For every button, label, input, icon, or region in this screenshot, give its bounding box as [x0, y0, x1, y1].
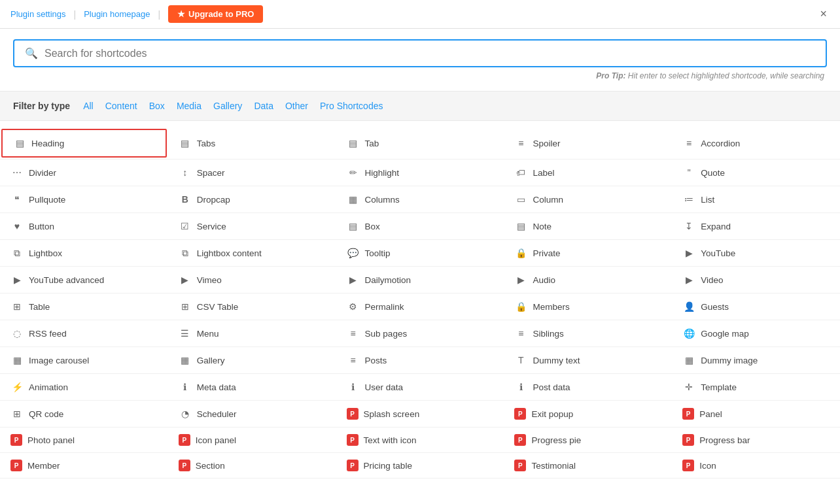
- list-item[interactable]: ≔ List: [672, 186, 840, 212]
- list-item[interactable]: ⧉ Lightbox content: [168, 240, 336, 266]
- grid-row: ▶ YouTube advanced ▶ Vimeo ▶ Dailymotion…: [0, 267, 840, 294]
- list-item[interactable]: P Member: [0, 453, 168, 478]
- pro-tip-text: Hit enter to select highlighted shortcod…: [625, 71, 824, 80]
- list-item[interactable]: ≡ Posts: [336, 347, 504, 373]
- list-item[interactable]: ⚡ Animation: [0, 374, 168, 400]
- list-item[interactable]: ⊞ Table: [0, 294, 168, 320]
- list-item[interactable]: ♥ Button: [0, 213, 168, 239]
- service-icon: ☑: [179, 220, 192, 233]
- list-item[interactable]: ▦ Dummy image: [672, 347, 840, 373]
- list-item[interactable]: ℹ User data: [336, 374, 504, 400]
- grid-row: P Member P Section P Pricing table P Tes…: [0, 453, 840, 479]
- list-item[interactable]: 🔒 Members: [504, 294, 672, 320]
- list-item[interactable]: ▦ Columns: [336, 186, 504, 212]
- list-item[interactable]: ▶ YouTube: [672, 240, 840, 266]
- list-item[interactable]: P Splash screen: [336, 401, 504, 427]
- highlight-icon: ✏: [347, 166, 360, 179]
- item-label: Pricing table: [364, 461, 412, 471]
- list-item[interactable]: P Testimonial: [504, 453, 672, 478]
- lightbox-icon: ⧉: [10, 246, 24, 260]
- list-item[interactable]: ▶ YouTube advanced: [0, 267, 168, 293]
- list-item[interactable]: ▤ Tab: [336, 127, 504, 159]
- list-item[interactable]: ▶ Audio: [504, 267, 672, 293]
- search-icon: 🔍: [25, 47, 38, 59]
- list-item[interactable]: 🌐 Google map: [672, 320, 840, 346]
- carousel-icon: ▦: [10, 354, 24, 367]
- list-item[interactable]: ▤ Note: [504, 213, 672, 239]
- guests-icon: 👤: [682, 300, 695, 313]
- list-item[interactable]: ☰ Menu: [168, 320, 336, 346]
- item-label: Testimonial: [531, 461, 576, 471]
- heading-icon: ▤: [13, 137, 26, 150]
- list-item[interactable]: P Text with icon: [336, 428, 504, 452]
- filter-media[interactable]: Media: [177, 101, 201, 111]
- filter-box[interactable]: Box: [149, 101, 165, 111]
- filter-all[interactable]: All: [83, 101, 94, 111]
- list-item[interactable]: ▦ Gallery: [168, 347, 336, 373]
- list-item[interactable]: ≡ Spoiler: [504, 127, 672, 159]
- list-item[interactable]: ▶ Video: [672, 267, 840, 293]
- list-item[interactable]: ℹ Post data: [504, 374, 672, 400]
- list-item[interactable]: ◔ Scheduler: [168, 401, 336, 427]
- list-item[interactable]: ≡ Accordion: [672, 127, 840, 159]
- list-item[interactable]: ☑ Service: [168, 213, 336, 239]
- close-button[interactable]: ×: [817, 7, 830, 21]
- list-item[interactable]: 🏷 Label: [504, 160, 672, 186]
- upgrade-button[interactable]: ★ Upgrade to PRO: [168, 5, 263, 23]
- list-item[interactable]: P Icon panel: [168, 428, 336, 452]
- list-item[interactable]: ↕ Spacer: [168, 160, 336, 186]
- list-item[interactable]: " Quote: [672, 160, 840, 186]
- list-item[interactable]: ◌ RSS feed: [0, 320, 168, 346]
- list-item[interactable]: ▭ Column: [504, 186, 672, 212]
- list-item[interactable]: P Panel: [672, 401, 840, 427]
- list-item[interactable]: ▶ Vimeo: [168, 267, 336, 293]
- list-item[interactable]: ▦ Image carousel: [0, 347, 168, 373]
- item-label: Private: [533, 248, 560, 258]
- list-item[interactable]: P Pricing table: [336, 453, 504, 478]
- list-item[interactable]: P Section: [168, 453, 336, 478]
- list-item[interactable]: P Icon: [672, 453, 840, 478]
- filter-gallery[interactable]: Gallery: [213, 101, 242, 111]
- list-item[interactable]: 👤 Guests: [672, 294, 840, 320]
- item-label: Tooltip: [365, 248, 391, 258]
- list-item[interactable]: ≡ Siblings: [504, 320, 672, 346]
- item-label: Progress bar: [699, 435, 750, 445]
- filter-data[interactable]: Data: [254, 101, 273, 111]
- filter-content[interactable]: Content: [105, 101, 137, 111]
- list-item[interactable]: P Photo panel: [0, 428, 168, 452]
- spacer-icon: ↕: [179, 166, 192, 179]
- list-item[interactable]: P Progress pie: [504, 428, 672, 452]
- list-item[interactable]: ≡ Sub pages: [336, 320, 504, 346]
- list-item[interactable]: P Progress bar: [672, 428, 840, 452]
- list-item[interactable]: ℹ Meta data: [168, 374, 336, 400]
- list-item[interactable]: ⧉ Lightbox: [0, 240, 168, 266]
- list-item[interactable]: ▤ Box: [336, 213, 504, 239]
- list-item[interactable]: ⚙ Permalink: [336, 294, 504, 320]
- list-item[interactable]: ▤ Tabs: [168, 127, 336, 159]
- plugin-settings-link[interactable]: Plugin settings: [10, 9, 66, 19]
- testimonial-icon: P: [514, 460, 526, 471]
- item-label: Tabs: [197, 139, 216, 148]
- list-item[interactable]: ⊞ QR code: [0, 401, 168, 427]
- item-label: Permalink: [365, 302, 404, 312]
- plugin-homepage-link[interactable]: Plugin homepage: [84, 9, 150, 19]
- list-item[interactable]: ▶ Dailymotion: [336, 267, 504, 293]
- list-item[interactable]: ⊞ CSV Table: [168, 294, 336, 320]
- list-item[interactable]: ✛ Template: [672, 374, 840, 400]
- list-item[interactable]: T Dummy text: [504, 347, 672, 373]
- list-item[interactable]: ❝ Pullquote: [0, 186, 168, 212]
- filter-other[interactable]: Other: [285, 101, 308, 111]
- search-input[interactable]: [44, 48, 815, 59]
- item-label: Post data: [533, 382, 570, 392]
- list-item[interactable]: 🔒 Private: [504, 240, 672, 266]
- list-item[interactable]: ▤ Heading: [1, 129, 167, 158]
- list-item[interactable]: ✏ Highlight: [336, 160, 504, 186]
- filter-pro[interactable]: Pro Shortcodes: [320, 101, 383, 111]
- list-item[interactable]: ↧ Expand: [672, 213, 840, 239]
- button-icon: ♥: [10, 220, 24, 233]
- list-item[interactable]: P Exit popup: [504, 401, 672, 427]
- list-item[interactable]: 💬 Tooltip: [336, 240, 504, 266]
- list-item[interactable]: ⋯ Divider: [0, 160, 168, 186]
- grid-row: ▤ Heading ▤ Tabs ▤ Tab ≡ Spoiler ≡ Accor…: [0, 127, 840, 160]
- list-item[interactable]: B Dropcap: [168, 186, 336, 212]
